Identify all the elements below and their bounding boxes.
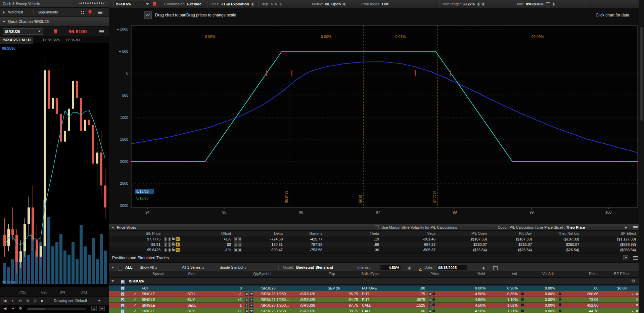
commission-setting[interactable]: Commission: Exclude xyxy=(164,0,201,8)
stepper-icon[interactable] xyxy=(238,248,241,252)
menu-icon[interactable] xyxy=(99,30,104,33)
lock-icon[interactable] xyxy=(432,304,435,306)
symbol-combo[interactable]: /SR3U26 xyxy=(3,28,43,35)
chart-symbol-tab[interactable]: /SR3U26 1 M 1D xyxy=(0,37,33,44)
lock-icon[interactable] xyxy=(172,238,175,240)
model-dropdown[interactable]: Bjerksund-Stensland xyxy=(296,263,333,272)
collapse-caret-icon[interactable] xyxy=(111,280,114,282)
cursor-icon[interactable]: ▶ xyxy=(41,297,44,305)
position-row[interactable]: SINGLEBUY+1/SR3U26 1/250.../SR3U2698.75C… xyxy=(109,308,644,313)
stepper-icon[interactable] xyxy=(482,266,485,270)
target-icon[interactable]: ⊙ xyxy=(34,297,37,305)
unit-badge[interactable]: % xyxy=(176,248,180,252)
risk-profile-chart[interactable]: + 1000+ 5000- 500- 1000- 1500- 2000- 250… xyxy=(109,22,644,224)
lock-icon[interactable] xyxy=(172,243,175,245)
stepper-icon[interactable] xyxy=(164,237,167,241)
lock-icon[interactable] xyxy=(559,310,561,312)
position-row[interactable]: SINGLESELL-1/SR3U26 1/250.../SR3U2695.75… xyxy=(109,291,644,297)
menu-icon[interactable] xyxy=(633,256,638,260)
crosshair-icon[interactable]: + xyxy=(11,297,13,305)
position-row[interactable]: SINGLESELL-1/SR3U26 1/250.../SR3U2697.75… xyxy=(109,303,644,308)
grid-view-icon[interactable] xyxy=(81,11,82,12)
stepper-icon[interactable] xyxy=(238,242,241,247)
stepper-icon[interactable] xyxy=(245,298,248,302)
dropdown-icon[interactable] xyxy=(249,298,254,302)
expand-caret-icon[interactable] xyxy=(3,11,5,14)
quick-chart-header[interactable]: Quick Chart on /SR3U26 xyxy=(0,17,109,26)
lock-icon[interactable] xyxy=(432,299,435,301)
calendar-icon[interactable] xyxy=(493,266,498,270)
scrollbar-handle[interactable] xyxy=(28,308,45,310)
collapse-caret-icon[interactable] xyxy=(111,267,114,268)
lock-icon[interactable] xyxy=(559,293,561,295)
prob-range-setting[interactable]: Prob range: 68.27% xyxy=(442,0,485,8)
menu-icon[interactable] xyxy=(633,226,638,229)
stepper-icon[interactable] xyxy=(481,2,485,6)
checkbox[interactable] xyxy=(121,298,125,302)
stepper-icon[interactable] xyxy=(552,2,555,6)
pan-left-icon[interactable]: |◀ xyxy=(3,297,6,305)
stepper-icon[interactable] xyxy=(168,242,171,247)
menu-icon[interactable] xyxy=(98,11,102,14)
stepper-icon[interactable] xyxy=(245,309,248,313)
lock-icon[interactable] xyxy=(172,249,175,251)
link-badge-icon[interactable] xyxy=(153,2,156,6)
tab-watchlist[interactable]: Watchlist xyxy=(8,8,23,17)
interest-input[interactable]: 4.50% xyxy=(380,265,401,270)
stepper-icon[interactable] xyxy=(342,2,346,6)
stepper-icon[interactable] xyxy=(164,242,167,247)
zoom-out-icon[interactable]: ⊖ xyxy=(19,297,22,305)
dropdown-icon[interactable] xyxy=(249,309,254,313)
lock-icon[interactable] xyxy=(521,304,524,306)
scroll-up-button[interactable]: ▲ xyxy=(91,306,97,311)
zoom-in-icon[interactable]: ⊕ xyxy=(26,297,29,305)
price-slice-row[interactable]: 95.8425%-1%690.47-753.58.36-505.37($26.5… xyxy=(109,247,644,253)
vertical-scrollbar[interactable] xyxy=(639,0,644,313)
calendar-icon[interactable] xyxy=(546,2,550,6)
prob-mode-setting[interactable]: Prob mode: ITM xyxy=(361,0,388,8)
lock-icon[interactable] xyxy=(559,299,561,301)
position-row[interactable]: FUT0/SR3U26SEP 26FUTURE.000.00%0.96%0.00… xyxy=(109,285,644,291)
price-slice-row[interactable]: 97.7775%+1%-724.58-415.77.19-301.46($187… xyxy=(109,236,644,242)
lock-icon[interactable] xyxy=(559,304,561,306)
stepper-icon[interactable] xyxy=(245,303,248,308)
remove-icon[interactable]: × xyxy=(636,297,638,302)
checkbox[interactable] xyxy=(121,292,125,296)
lock-icon[interactable] xyxy=(521,299,524,301)
symbol-mode-dropdown[interactable]: Single Symbol xyxy=(220,263,246,271)
stepper-icon[interactable] xyxy=(428,292,431,296)
option-pl-calc-label[interactable]: Option P/L Calculation (Live Price Slice… xyxy=(498,224,585,231)
tab-seguimiento[interactable]: Seguimiento xyxy=(38,8,58,17)
edit-icon[interactable] xyxy=(134,298,136,301)
symbol-group-row[interactable]: /SR3U26 ⚙ xyxy=(109,278,644,285)
remove-icon[interactable]: × xyxy=(636,308,638,313)
stepper-icon[interactable] xyxy=(234,237,237,241)
stepper-icon[interactable] xyxy=(168,248,171,252)
stepper-icon[interactable] xyxy=(238,237,241,241)
unit-badge[interactable]: % xyxy=(176,237,180,241)
checkbox[interactable] xyxy=(121,309,125,313)
link-badge-icon[interactable] xyxy=(54,29,57,34)
add-slice-button[interactable]: + xyxy=(625,224,627,231)
checkbox[interactable] xyxy=(121,286,125,290)
gear-icon[interactable]: ⚙ xyxy=(631,278,635,284)
chart-style-button[interactable] xyxy=(144,11,152,19)
stepper-icon[interactable] xyxy=(428,309,431,313)
stepper-icon[interactable] xyxy=(234,242,237,247)
margin-volatility-label[interactable]: Use Margin Style Volatility for P/L Calc… xyxy=(381,224,457,231)
lock-icon[interactable] xyxy=(521,310,524,312)
date-setting[interactable]: Date: 09/12/2026 xyxy=(515,0,555,8)
group-checkbox[interactable] xyxy=(121,280,125,284)
metric-setting[interactable]: Metric: P/L Open xyxy=(312,0,346,8)
lock-icon[interactable] xyxy=(432,310,435,312)
lines-setting[interactable]: Lines: +1 @ Expiration xyxy=(210,0,254,8)
mini-candle-chart[interactable] xyxy=(0,44,109,287)
edit-icon[interactable] xyxy=(134,304,136,307)
show-all-dropdown[interactable]: Show All xyxy=(140,263,157,271)
link-badge-icon[interactable] xyxy=(88,10,92,14)
collapse-panel-button[interactable] xyxy=(623,255,628,260)
unit-badge[interactable]: $ xyxy=(176,242,180,247)
dropdown-icon[interactable] xyxy=(249,292,254,296)
dropdown-icon[interactable] xyxy=(249,303,254,308)
edit-icon[interactable] xyxy=(134,293,136,295)
